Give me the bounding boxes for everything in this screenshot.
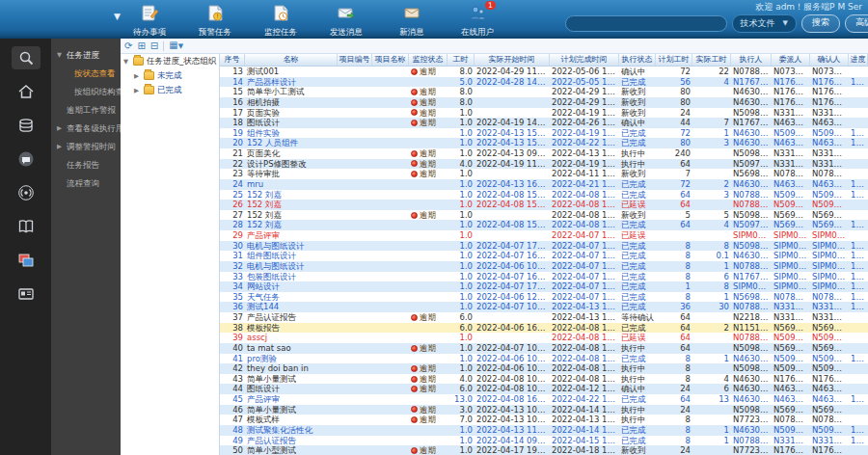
cell-name[interactable]: 页面美化: [245, 148, 338, 159]
table-row[interactable]: 45产品评审13.02022-04-08 16:342022-04-22 18:…: [220, 394, 868, 405]
tree-node-1[interactable]: ▶已完成: [121, 83, 219, 97]
table-row[interactable]: 50简单小型测试逾期1.02022-04-17 19:002022-04-18 …: [220, 445, 868, 455]
tool-todo[interactable]: 待办事项: [127, 4, 172, 39]
cell-name[interactable]: 模板式样: [245, 415, 338, 425]
menu-item-3[interactable]: 逾期工作警报: [51, 101, 121, 120]
cell-name[interactable]: 测试144: [245, 302, 338, 312]
cell-name[interactable]: 152 刘嘉: [245, 200, 338, 210]
tool-online-users[interactable]: 1在线用户: [455, 4, 500, 39]
table-row[interactable]: 22设计PS修图整改逾期4.02022-04-19 11:282022-04-1…: [220, 159, 868, 170]
table-row[interactable]: 24mru1.02022-04-13 16:082022-04-21 18:00…: [220, 179, 868, 190]
table-row[interactable]: 48测试聚集化活性化1.02022-04-13 11:022022-04-14 …: [220, 425, 868, 436]
menu-item-2[interactable]: 按组织结构查看: [51, 83, 121, 101]
book-icon[interactable]: [12, 215, 41, 238]
cell-name[interactable]: 等待审批: [245, 169, 338, 179]
cell-name[interactable]: 产品评审: [245, 230, 338, 241]
cell-name[interactable]: 电机与图纸设计: [245, 241, 338, 252]
table-row[interactable]: 47模板式样逾期7.02022-04-13 10:422022-04-13 18…: [220, 415, 868, 425]
table-row[interactable]: 31组件图纸设计1.02022-04-07 16:432022-04-07 17…: [220, 251, 868, 261]
table-row[interactable]: 34网站设计1.02022-04-07 17:212022-04-07 17:0…: [220, 281, 868, 292]
cell-name[interactable]: 设计PS修图整改: [245, 159, 338, 170]
chat-icon[interactable]: [12, 147, 41, 171]
column-header-11[interactable]: 执行人: [731, 54, 772, 66]
cell-name[interactable]: 简单华小工测试: [245, 87, 338, 97]
column-header-4[interactable]: 监控状态: [409, 54, 448, 66]
tree-node-0[interactable]: ▶未完成: [121, 68, 219, 83]
menu-item-1[interactable]: 按状态查看: [51, 65, 121, 83]
cell-name[interactable]: ta mat sao: [245, 343, 338, 354]
column-header-13[interactable]: 确认人: [810, 54, 849, 66]
refresh-icon[interactable]: ⟳: [124, 40, 132, 53]
table-row[interactable]: 26152 刘嘉1.02022-04-08 15:452022-04-08 18…: [220, 200, 868, 210]
table-row[interactable]: 32电机与图纸设计1.02022-04-06 10:162022-04-07 1…: [220, 261, 868, 272]
cell-name[interactable]: asscj: [245, 333, 338, 343]
column-header-7[interactable]: 计划完成时间: [550, 54, 619, 66]
cell-name[interactable]: 产品认证报告: [245, 312, 338, 323]
cell-name[interactable]: 测试001: [245, 67, 338, 77]
table-row[interactable]: 39asscj1.02022-04-08 18:00已延误64N0788杨树祥N…: [220, 333, 868, 343]
cell-name[interactable]: 测试聚集化活性化: [245, 425, 338, 436]
broadcast-icon[interactable]: [12, 181, 41, 204]
table-row[interactable]: 13测试001逾期8.02022-04-29 11:002022-05-06 1…: [220, 67, 868, 77]
table-row[interactable]: 33包装图纸设计1.02022-04-07 16:272022-04-07 17…: [220, 272, 868, 282]
column-header-9[interactable]: 计划工时: [656, 54, 692, 66]
table-row[interactable]: 41pro测验1.02022-04-06 10:062022-04-08 18:…: [220, 354, 868, 364]
menu-item-4[interactable]: ▶查看各级执行用户: [51, 120, 121, 138]
collapse-all-icon[interactable]: ⊟: [150, 40, 158, 53]
column-header-6[interactable]: 实际开始时间: [475, 54, 550, 66]
caret-down-icon[interactable]: ▼: [123, 58, 130, 66]
menu-item-7[interactable]: 流程查询: [51, 174, 121, 193]
table-row[interactable]: 29产品评审1.02022-04-07 17:00已延误SIPM01影子程SIP…: [220, 230, 868, 241]
cell-name[interactable]: 152 刘嘉: [245, 210, 338, 221]
table-row[interactable]: 37产品认证报告逾期6.02022-04-13 18:00等待确认64N2218…: [220, 312, 868, 323]
table-row[interactable]: 44图纸设计逾期6.02022-04-08 10:182022-04-12 18…: [220, 384, 868, 394]
tool-alert-task[interactable]: !预警任务: [193, 4, 237, 39]
table-row[interactable]: 15简单华小工测试逾期8.02022-04-29 18:00新收到80N4630…: [220, 87, 868, 97]
column-header-5[interactable]: 工时: [448, 54, 475, 66]
table-row[interactable]: 43简单小量测试逾期4.02022-04-08 10:162022-04-08 …: [220, 374, 868, 385]
cell-name[interactable]: 电机与图纸设计: [245, 261, 338, 272]
tool-send-message[interactable]: 发送消息: [324, 4, 368, 39]
table-row[interactable]: 28152 刘嘉1.02022-04-08 15:462022-04-08 18…: [220, 220, 868, 230]
table-row[interactable]: 36测试1441.02022-04-07 10:302022-04-13 18:…: [220, 302, 868, 312]
search-icon[interactable]: [12, 46, 41, 69]
cell-name[interactable]: 模板报告: [245, 323, 338, 334]
cell-name[interactable]: 图纸设计: [245, 118, 338, 128]
table-row[interactable]: 46简单小量测试逾期3.02022-04-13 10:272022-04-14 …: [220, 405, 868, 415]
column-header-2[interactable]: 项目编号: [338, 54, 372, 66]
search-category-select[interactable]: 技术文件 ▼: [732, 14, 797, 33]
column-header-12[interactable]: 委派人: [772, 54, 810, 66]
table-row[interactable]: 17页面实验逾期1.02022-04-19 18:00新收到24N5098吴建惠…: [220, 108, 868, 119]
cell-name[interactable]: pro测验: [245, 354, 338, 364]
advanced-search-button[interactable]: 高级: [845, 14, 868, 33]
cell-name[interactable]: mru: [245, 179, 338, 190]
cell-name[interactable]: 简单小型测试: [245, 445, 338, 455]
table-row[interactable]: 23等待审批逾期1.02022-04-11 18:00新收到7N5698吴清云N…: [220, 169, 868, 179]
layers-icon[interactable]: [12, 114, 41, 137]
cell-name[interactable]: 图纸设计: [245, 384, 338, 394]
cell-name[interactable]: 产品认证报告: [245, 436, 338, 446]
cell-name[interactable]: 包装图纸设计: [245, 272, 338, 282]
column-header-8[interactable]: 执行状态: [619, 54, 656, 66]
table-row[interactable]: 21页面美化逾期1.02022-04-13 09:282022-04-13 18…: [220, 148, 868, 159]
table-row[interactable]: 42they doi ban in逾期1.02022-04-06 10:0620…: [220, 363, 868, 374]
table-row[interactable]: 20152 人员组件1.02022-04-13 15:182022-04-22 …: [220, 138, 868, 148]
table-row[interactable]: 38模板报告6.02022-04-06 16:302022-04-08 18:0…: [220, 323, 868, 334]
table-row[interactable]: 40ta mat sao逾期1.02022-04-07 10:052022-04…: [220, 343, 868, 354]
cell-name[interactable]: 天气任务: [245, 292, 338, 303]
menu-item-0[interactable]: ▼任务进度: [51, 46, 121, 65]
column-header-3[interactable]: 项目名称: [372, 54, 409, 66]
table-row[interactable]: 14产品器样设计5.02022-04-28 14:262022-05-05 18…: [220, 77, 868, 88]
cell-name[interactable]: 相机拍摄: [245, 97, 338, 108]
table-row[interactable]: 19组件实验1.02022-04-13 15:172022-04-19 18:0…: [220, 128, 868, 139]
table-row[interactable]: 49产品认证报告1.02022-04-14 09:122022-04-15 18…: [220, 436, 868, 446]
chevron-down-icon[interactable]: ▼: [114, 12, 121, 21]
table-row[interactable]: 25152 刘嘉1.02022-04-08 15:452022-04-08 18…: [220, 190, 868, 201]
idcard-icon[interactable]: [12, 282, 41, 306]
cell-name[interactable]: 简单小量测试: [245, 405, 338, 415]
cell-name[interactable]: 152 人员组件: [245, 138, 338, 148]
tree-root-node[interactable]: ▼ 任务进度_状态组织: [121, 54, 219, 68]
gallery-icon[interactable]: [12, 249, 41, 272]
menu-item-5[interactable]: ▶调整警报时间: [51, 138, 121, 156]
table-row[interactable]: 30电机与图纸设计1.02022-04-07 17:002022-04-07 1…: [220, 241, 868, 252]
